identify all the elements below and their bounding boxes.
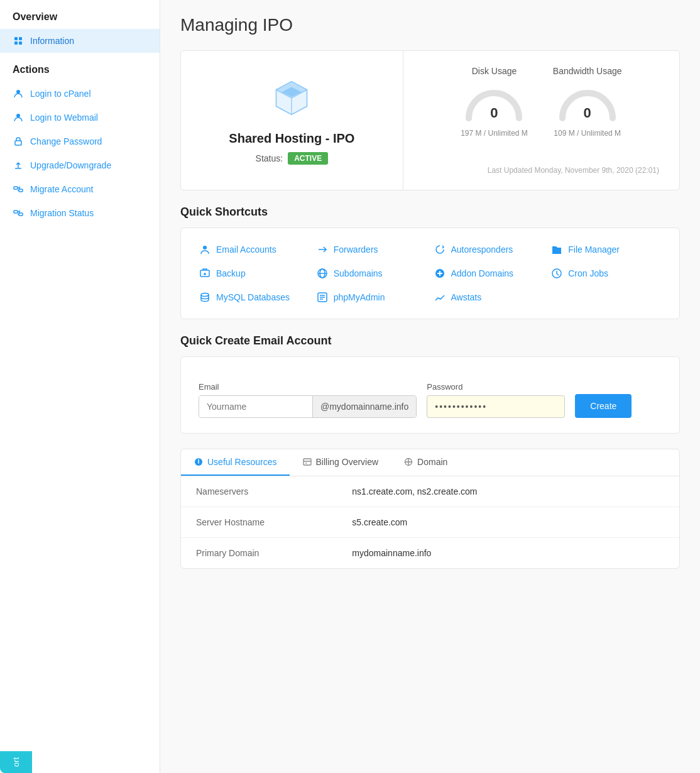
svg-rect-10 — [19, 213, 23, 216]
bandwidth-usage-item: Bandwidth Usage 0 109 M / Unlimited M — [553, 66, 622, 138]
tab-billing-overview-label: Billing Overview — [316, 457, 379, 467]
svg-rect-0 — [14, 37, 18, 40]
shortcut-backup[interactable]: Backup — [199, 267, 310, 280]
forwarders-label: Forwarders — [334, 244, 378, 255]
nameservers-value: ns1.create.com, ns2.create.com — [352, 486, 664, 496]
tab-domain[interactable]: Domain — [391, 449, 460, 476]
page-title: Managing IPO — [180, 15, 680, 35]
usage-details: Disk Usage 0 197 M / Unlimited M Bandwid… — [403, 51, 679, 190]
create-email-button[interactable]: Create — [575, 394, 632, 418]
overview-heading: Overview — [0, 0, 160, 29]
shortcut-email-accounts[interactable]: Email Accounts — [199, 243, 310, 256]
shortcut-autoresponders[interactable]: Autoresponders — [434, 243, 545, 256]
mysql-databases-icon — [199, 291, 211, 304]
shortcuts-title: Quick Shortcuts — [180, 206, 680, 219]
primary-domain-value: mydomainname.info — [352, 548, 664, 558]
shortcut-subdomains[interactable]: Subdomains — [316, 267, 427, 280]
upgrade-icon — [13, 160, 24, 171]
email-form-row: Email @mydomainname.info Password Create — [199, 382, 662, 418]
email-accounts-label: Email Accounts — [216, 244, 276, 255]
forwarders-icon — [316, 243, 329, 256]
migration-status-label: Migration Status — [30, 208, 94, 218]
cron-jobs-label: Cron Jobs — [568, 268, 608, 278]
sidebar-item-upgrade-downgrade[interactable]: Upgrade/Downgrade — [0, 153, 160, 177]
svg-point-5 — [16, 114, 20, 118]
status-badge: ACTIVE — [288, 152, 328, 165]
server-hostname-label: Server Hostname — [196, 517, 352, 527]
sidebar: Overview Information Actions Login to cP… — [0, 0, 160, 773]
support-button[interactable]: ort — [0, 751, 32, 773]
file-manager-icon — [550, 243, 563, 256]
shortcut-cron-jobs[interactable]: Cron Jobs — [550, 267, 662, 280]
sidebar-item-information[interactable]: Information — [0, 29, 160, 53]
migrate-icon-2 — [13, 207, 24, 219]
cron-jobs-icon — [550, 267, 563, 280]
status-row: Status: ACTIVE — [256, 152, 329, 165]
table-row-primary-domain: Primary Domain mydomainname.info — [181, 538, 679, 568]
hosting-name: Shared Hosting - IPO — [229, 131, 354, 146]
addon-domains-label: Addon Domains — [451, 268, 514, 278]
email-section-title: Quick Create Email Account — [180, 334, 680, 348]
autoresponders-icon — [434, 243, 446, 256]
backup-label: Backup — [216, 268, 246, 278]
password-input[interactable] — [427, 395, 565, 418]
password-label: Password — [427, 382, 565, 392]
sidebar-item-login-webmail[interactable]: Login to Webmail — [0, 106, 160, 129]
shortcut-file-manager[interactable]: File Manager — [550, 243, 662, 256]
email-form-group: Email @mydomainname.info — [199, 382, 417, 418]
email-input-wrap: @mydomainname.info — [199, 395, 417, 418]
email-domain: @mydomainname.info — [312, 396, 416, 417]
password-form-group: Password — [427, 382, 565, 418]
bandwidth-gauge: 0 — [556, 84, 619, 121]
svg-rect-8 — [19, 189, 23, 192]
tab-domain-label: Domain — [417, 457, 447, 467]
migrate-icon-1 — [13, 184, 24, 195]
disk-gauge-value: 0 — [490, 105, 498, 121]
shortcut-forwarders[interactable]: Forwarders — [316, 243, 427, 256]
email-username-input[interactable] — [199, 396, 312, 417]
email-accounts-icon — [199, 243, 211, 256]
shortcut-mysql-databases[interactable]: MySQL Databases — [199, 291, 310, 304]
shortcut-addon-domains[interactable]: Addon Domains — [434, 267, 545, 280]
awstats-icon — [434, 291, 446, 304]
nameservers-label: Nameservers — [196, 486, 352, 496]
sidebar-item-migration-status[interactable]: Migration Status — [0, 201, 160, 225]
change-password-label: Change Password — [30, 136, 102, 146]
svg-rect-2 — [14, 41, 18, 45]
user-icon-1 — [13, 88, 24, 99]
sidebar-item-login-cpanel[interactable]: Login to cPanel — [0, 82, 160, 106]
information-icon — [13, 35, 24, 47]
svg-rect-9 — [14, 211, 18, 213]
backup-icon — [199, 267, 211, 280]
tab-billing-overview[interactable]: Billing Overview — [290, 449, 391, 476]
useful-resources-icon — [194, 457, 204, 467]
billing-overview-icon — [302, 457, 312, 467]
migrate-account-label: Migrate Account — [30, 184, 93, 194]
sidebar-item-information-label: Information — [30, 36, 74, 46]
tab-useful-resources[interactable]: Useful Resources — [181, 449, 290, 476]
upgrade-downgrade-label: Upgrade/Downgrade — [30, 160, 111, 170]
shortcut-awstats[interactable]: Awstats — [434, 291, 545, 304]
tabs-card: Useful Resources Billing Overview Domain… — [180, 449, 680, 569]
usage-last-updated: Last Updated Monday, November 9th, 2020 … — [424, 153, 659, 175]
sidebar-item-change-password[interactable]: Change Password — [0, 129, 160, 153]
support-button-wrap: ort — [0, 751, 32, 773]
mysql-databases-label: MySQL Databases — [216, 292, 290, 302]
shortcuts-grid: Email Accounts Forwarders Autoresponders… — [199, 243, 662, 304]
email-label: Email — [199, 382, 417, 392]
svg-rect-6 — [15, 141, 21, 145]
addon-domains-icon — [434, 267, 446, 280]
domain-tab-icon — [403, 457, 413, 467]
usage-gauges: Disk Usage 0 197 M / Unlimited M Bandwid… — [424, 66, 659, 138]
shortcut-phpmyadmin[interactable]: phpMyAdmin — [316, 291, 427, 304]
status-prefix: Status: — [256, 153, 283, 163]
table-row-nameservers: Nameservers ns1.create.com, ns2.create.c… — [181, 476, 679, 507]
sidebar-item-migrate-account[interactable]: Migrate Account — [0, 177, 160, 201]
svg-point-4 — [16, 90, 20, 94]
disk-usage-label: Disk Usage — [472, 66, 517, 76]
awstats-label: Awstats — [451, 292, 482, 302]
svg-rect-25 — [304, 459, 311, 465]
email-create-card: Email @mydomainname.info Password Create — [180, 356, 680, 434]
phpmyadmin-icon — [316, 291, 329, 304]
svg-point-22 — [201, 293, 209, 297]
